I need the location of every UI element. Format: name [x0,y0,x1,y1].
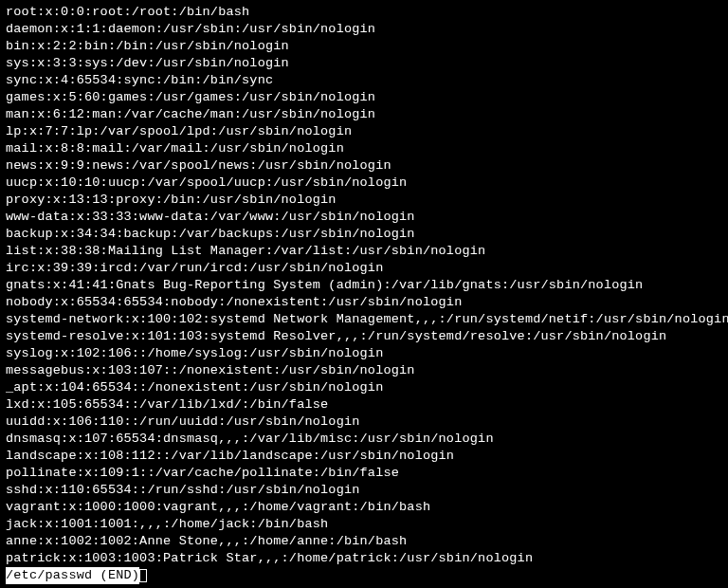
passwd-line: news:x:9:9:news:/var/spool/news:/usr/sbi… [6,157,722,175]
passwd-line: proxy:x:13:13:proxy:/bin:/usr/sbin/nolog… [6,192,722,209]
passwd-line: lxd:x:105:65534::/var/lib/lxd/:/bin/fals… [6,396,722,413]
passwd-line: gnats:x:41:41:Gnats Bug-Reporting System… [6,277,722,294]
passwd-line: systemd-network:x:100:102:systemd Networ… [6,311,722,328]
passwd-line: sync:x:4:65534:sync:/bin:/bin/sync [6,72,722,89]
passwd-line: backup:x:34:34:backup:/var/backups:/usr/… [6,226,722,243]
passwd-line: sshd:x:110:65534::/run/sshd:/usr/sbin/no… [6,482,722,499]
passwd-line: daemon:x:1:1:daemon:/usr/sbin:/usr/sbin/… [6,21,722,38]
passwd-line: _apt:x:104:65534::/nonexistent:/usr/sbin… [6,379,722,396]
passwd-line: syslog:x:102:106::/home/syslog:/usr/sbin… [6,345,722,362]
passwd-line: list:x:38:38:Mailing List Manager:/var/l… [6,243,722,260]
passwd-line: messagebus:x:103:107::/nonexistent:/usr/… [6,362,722,379]
passwd-line: patrick:x:1003:1003:Patrick Star,,,:/hom… [6,550,722,567]
terminal-output: root:x:0:0:root:/root:/bin/bashdaemon:x:… [6,4,722,567]
passwd-line: uuidd:x:106:110::/run/uuidd:/usr/sbin/no… [6,413,722,431]
passwd-line: landscape:x:108:112::/var/lib/landscape:… [6,448,722,465]
passwd-line: jack:x:1001:1001:,,,:/home/jack:/bin/bas… [6,516,722,533]
passwd-line: vagrant:x:1000:1000:vagrant,,,:/home/vag… [6,499,722,516]
terminal-cursor [139,569,147,582]
passwd-line: anne:x:1002:1002:Anne Stone,,,:/home/ann… [6,533,722,550]
pager-status-line[interactable]: /etc/passwd (END) [6,567,722,584]
passwd-line: dnsmasq:x:107:65534:dnsmasq,,,:/var/lib/… [6,431,722,448]
passwd-line: man:x:6:12:man:/var/cache/man:/usr/sbin/… [6,106,722,123]
passwd-line: www-data:x:33:33:www-data:/var/www:/usr/… [6,209,722,226]
passwd-line: lp:x:7:7:lp:/var/spool/lpd:/usr/sbin/nol… [6,123,722,140]
passwd-line: bin:x:2:2:bin:/bin:/usr/sbin/nologin [6,38,722,55]
passwd-line: irc:x:39:39:ircd:/var/run/ircd:/usr/sbin… [6,260,722,277]
passwd-line: nobody:x:65534:65534:nobody:/nonexistent… [6,294,722,311]
passwd-line: root:x:0:0:root:/root:/bin/bash [6,4,722,21]
pager-status-text: /etc/passwd (END) [6,567,139,584]
passwd-line: systemd-resolve:x:101:103:systemd Resolv… [6,328,722,345]
passwd-line: pollinate:x:109:1::/var/cache/pollinate:… [6,465,722,482]
passwd-line: uucp:x:10:10:uucp:/var/spool/uucp:/usr/s… [6,175,722,192]
passwd-line: mail:x:8:8:mail:/var/mail:/usr/sbin/nolo… [6,140,722,157]
passwd-line: games:x:5:60:games:/usr/games:/usr/sbin/… [6,89,722,106]
passwd-line: sys:x:3:3:sys:/dev:/usr/sbin/nologin [6,55,722,72]
